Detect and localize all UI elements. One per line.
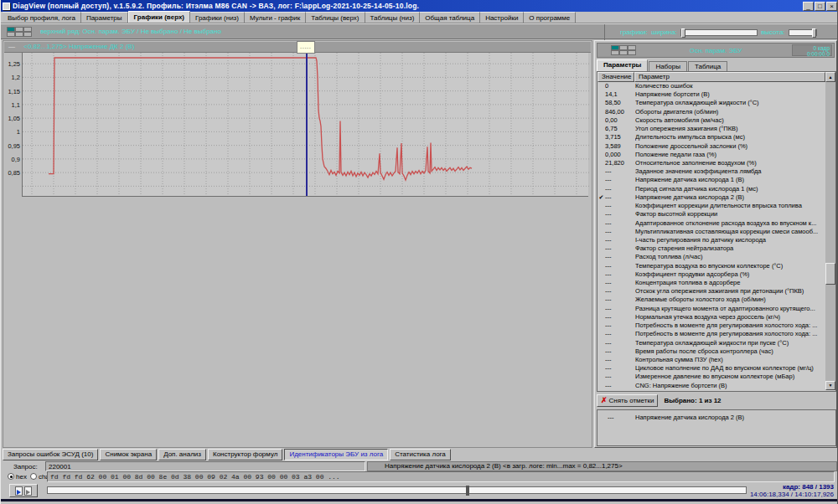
clear-marks-button[interactable]: ✗ Снять отметки (597, 394, 658, 407)
check-mark-icon (597, 228, 605, 236)
panel-tab-3[interactable]: Таблица (688, 61, 727, 71)
param-value: --- (605, 219, 635, 228)
param-row[interactable]: ---Расход топлива (л/час) (597, 253, 825, 261)
param-row[interactable]: 3,715Длительность импульса впрыска (мс) (597, 133, 825, 141)
panel-tab-2[interactable]: Наборы (649, 61, 686, 71)
column-header-value[interactable]: Значение (597, 72, 634, 82)
graph-width-slider[interactable] (680, 29, 758, 36)
plot-area[interactable] (22, 53, 588, 197)
param-value: 3,589 (605, 142, 635, 151)
scroll-up-icon[interactable]: ▲ (825, 72, 835, 82)
scrollbar-thumb[interactable] (825, 263, 835, 285)
param-row[interactable]: 6,75Угол опережения зажигания (°ПКВ) (597, 125, 825, 133)
main-tab-2[interactable]: Параметры (81, 12, 128, 23)
param-row[interactable]: 58,50Температура охлаждающей жидкости (°… (597, 99, 825, 107)
param-row[interactable]: ---Мультипликативная составляющая коррек… (597, 228, 825, 236)
param-row[interactable]: ---Цикловое наполнение по ДАД во впускно… (597, 364, 825, 373)
param-row[interactable]: 21,820Относительное заполнение воздухом … (597, 159, 825, 167)
param-row[interactable]: 3,589Положение дроссельной заслонки (%) (597, 142, 825, 151)
param-row[interactable]: ---Измеренное давление во впускном колле… (597, 373, 825, 381)
param-row[interactable]: ---Коэффициент продувки адсорбера (%) (597, 270, 825, 279)
minimize-button[interactable]: _ (803, 2, 814, 11)
param-name: Нормальная утечка воздуха через дроссель… (635, 313, 825, 321)
scroll-down-icon[interactable]: ▼ (825, 381, 835, 390)
param-row[interactable]: ---Потребность в моменте для регулирован… (597, 330, 825, 338)
selection-footer: ✗ Снять отметки Выбрано: 1 из 12 (597, 393, 836, 408)
layout-grid-icon[interactable] (7, 27, 32, 37)
bottom-button-2[interactable]: Снимок экрана (100, 449, 157, 460)
column-header-param[interactable]: Параметр (634, 72, 825, 82)
selected-param-row[interactable]: ---Напряжение датчика кислорода 2 (В) (597, 413, 835, 422)
query-input[interactable] (45, 461, 365, 471)
param-value: 21,820 (605, 159, 635, 167)
param-row[interactable]: ---Температура охлаждающей жидкости при … (597, 339, 825, 347)
param-row[interactable]: ---Фактор высотной коррекции (597, 210, 825, 219)
bottom-button-5[interactable]: Идентификаторы ЭБУ из лога (284, 449, 388, 460)
log-actions-button[interactable] (9, 484, 38, 497)
param-row[interactable]: ---CNG: Напряжение бортсети (В) (597, 382, 825, 390)
param-row[interactable]: ---Коэффициент коррекции длительности вп… (597, 202, 825, 210)
param-value: --- (605, 296, 635, 304)
param-value: --- (605, 347, 635, 356)
graph-height-slider[interactable] (789, 29, 817, 36)
bottom-button-3[interactable]: Доп. анализ (158, 449, 206, 460)
frame-position-thumb[interactable] (466, 486, 469, 496)
param-row[interactable]: ---Потребность в моменте для регулирован… (597, 321, 825, 330)
main-tab-3[interactable]: Графики (верх) (128, 11, 190, 23)
param-row[interactable]: 0,000Положение педали газа (%) (597, 151, 825, 159)
param-row[interactable]: ---Нормальная утечка воздуха через дросс… (597, 313, 825, 321)
param-row[interactable]: ---Температура воздуха во впускном колле… (597, 262, 825, 270)
graph-width-slider-thumb[interactable] (681, 28, 685, 38)
param-name: Потребность в моменте для регулирования … (635, 330, 825, 338)
voltage-trace (49, 58, 472, 180)
main-tab-7[interactable]: Таблицы (низ) (365, 12, 421, 23)
param-row[interactable]: ---Заданное значение коэффициента лямбда (597, 167, 825, 176)
check-mark-icon (597, 253, 605, 261)
param-row[interactable]: ---I-часть регулирования по датчику кисл… (597, 236, 825, 244)
bottom-button-6[interactable]: Статистика лога (390, 449, 451, 460)
param-row[interactable]: ---Отскок угла опережения зажигания при … (597, 287, 825, 296)
param-value: --- (605, 382, 635, 390)
param-row[interactable]: ---Фактор старения нейтрализатора (597, 244, 825, 253)
param-row[interactable]: ---Период сигнала датчика кислорода 1 (м… (597, 185, 825, 193)
param-row[interactable]: ---Концентрация топлива в адсорбере (597, 279, 825, 287)
param-value: --- (605, 373, 635, 381)
width-label: ширина: (651, 28, 677, 36)
char-radio[interactable] (30, 473, 37, 480)
param-row[interactable]: ---Адаптированное отклонение расхода воз… (597, 219, 825, 228)
main-tab-10[interactable]: О программе (524, 12, 576, 23)
check-mark-icon (597, 270, 605, 279)
hex-radio[interactable] (8, 473, 14, 480)
param-row[interactable]: ---Желаемые обороты холостого хода (об/м… (597, 296, 825, 304)
main-tab-6[interactable]: Таблицы (верх) (306, 12, 365, 23)
maximize-button[interactable]: □ (815, 2, 825, 11)
hex-data-field[interactable] (47, 471, 835, 482)
param-row[interactable]: 846,00Обороты двигателя (об/мин) (597, 108, 825, 116)
param-row[interactable]: ---Напряжение датчика кислорода 1 (В) (597, 176, 825, 184)
table-scrollbar[interactable]: ▼ (825, 82, 835, 390)
hex-radio-label[interactable]: hex (16, 473, 27, 481)
main-tab-8[interactable]: Общая таблица (420, 12, 480, 23)
param-name: Отскок угла опережения зажигания при дет… (635, 287, 825, 296)
main-tab-1[interactable]: Выбор профиля, лога (3, 12, 81, 23)
bottom-button-1[interactable]: Запросы ошибок ЭСУД (10) (3, 449, 98, 460)
param-row[interactable]: 14,1Напряжение бортсети (В) (597, 90, 825, 99)
param-row[interactable]: 0Количество ошибок (597, 82, 825, 90)
check-mark-icon (597, 185, 605, 193)
param-row[interactable]: 0,00Скорость автомобиля (км/час) (597, 116, 825, 125)
bottom-button-4[interactable]: Конструктор формул (208, 449, 282, 460)
check-mark-icon (597, 142, 605, 151)
param-row[interactable]: ✔---Напряжение датчика кислорода 2 (В) (597, 193, 825, 202)
main-tab-5[interactable]: Мульти - график (245, 12, 306, 23)
param-row[interactable]: ---Контрольная сумма ПЗУ (hex) (597, 356, 825, 364)
main-tab-9[interactable]: Настройки (480, 12, 524, 23)
graph-height-slider-thumb[interactable] (812, 28, 816, 38)
main-tabstrip: Выбор профиля, логаПараметрыГрафики (вер… (1, 12, 838, 23)
check-mark-icon (597, 99, 605, 107)
param-row[interactable]: ---Время работы после сброса контроллера… (597, 347, 825, 356)
frame-position-slider[interactable] (47, 486, 747, 494)
main-tab-4[interactable]: Графики (низ) (190, 12, 245, 23)
panel-tab-1[interactable]: Параметры (597, 59, 648, 71)
close-button[interactable]: × (826, 2, 837, 11)
param-row[interactable]: ---Разница крутящего момента от адаптиро… (597, 305, 825, 313)
